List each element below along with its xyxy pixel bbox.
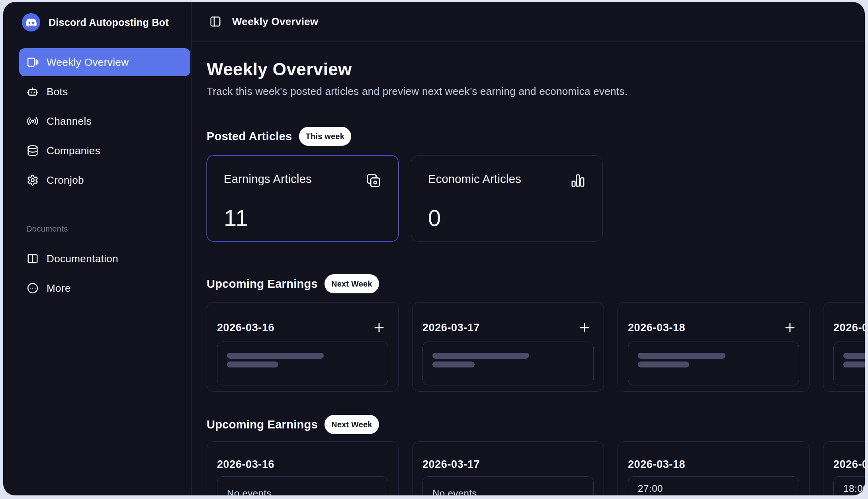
no-events-label: No events	[227, 488, 272, 495]
day-card: 2026-03-18	[618, 302, 809, 392]
discord-logo-icon	[22, 13, 40, 31]
sidebar-item-channels[interactable]: Channels	[19, 107, 190, 135]
sidebar-documents-nav: Documentation More	[3, 245, 191, 304]
event-box: 27:00	[628, 476, 799, 495]
day-card: 2026-03-19	[823, 302, 865, 392]
day-date: 2026-03-19	[833, 458, 865, 471]
day-date: 2026-03-17	[422, 458, 480, 471]
upcoming-earnings-header-1: Upcoming Earnings Next Week	[207, 274, 865, 293]
this-week-badge: This week	[299, 127, 351, 146]
panel-left-icon[interactable]	[209, 16, 221, 28]
app-frame: Discord Autoposting Bot Weekly Overview …	[3, 2, 865, 495]
bot-icon	[27, 86, 39, 98]
skeleton-bar	[638, 353, 725, 359]
add-event-button[interactable]	[372, 321, 386, 334]
page-content: Weekly Overview Track this week's posted…	[192, 41, 865, 495]
day-card: 2026-03-17	[412, 302, 604, 392]
day-date: 2026-03-18	[628, 458, 685, 471]
add-event-button[interactable]	[783, 321, 797, 334]
sidebar-item-label: Bots	[47, 86, 68, 98]
sidebar-item-bots[interactable]: Bots	[19, 78, 190, 106]
gear-icon	[27, 174, 39, 186]
add-event-button[interactable]	[578, 321, 591, 334]
day-date: 2026-03-18	[628, 322, 685, 334]
upcoming-earnings-row-1: 2026-03-16 2026-03-17	[207, 302, 865, 392]
sidebar-item-label: Cronjob	[47, 174, 84, 187]
skeleton-bar	[843, 353, 865, 359]
next-week-badge: Next Week	[325, 274, 379, 293]
no-events-box: No events	[217, 476, 388, 495]
gallery-icon	[27, 56, 39, 68]
upcoming-earnings-row-2: 2026-03-16 No events 2026-03-17 No event…	[207, 441, 865, 495]
event-time: 18:00	[843, 483, 865, 494]
section-title: Upcoming Earnings	[207, 277, 318, 291]
topbar-title: Weekly Overview	[232, 16, 319, 28]
skeleton-bar	[432, 361, 475, 367]
event-box: 18:00	[833, 476, 865, 495]
skeleton-bar	[227, 353, 324, 359]
day-events-placeholder	[217, 342, 388, 385]
database-icon	[27, 145, 39, 157]
skeleton-bar	[432, 353, 529, 359]
skeleton-bar	[227, 361, 278, 367]
day-date: 2026-03-16	[217, 458, 274, 471]
day-card: 2026-03-17 No events	[412, 441, 604, 495]
sidebar: Discord Autoposting Bot Weekly Overview …	[3, 2, 192, 495]
circle-ellipsis-icon	[27, 282, 39, 294]
stat-card-economic-articles: Economic Articles 0	[411, 155, 603, 242]
day-date: 2026-03-19	[833, 322, 865, 334]
next-week-badge: Next Week	[325, 415, 379, 434]
sidebar-item-cronjob[interactable]: Cronjob	[19, 166, 190, 194]
sidebar-item-more[interactable]: More	[19, 274, 190, 302]
no-events-box: No events	[422, 476, 594, 495]
bar-chart-icon	[570, 173, 586, 189]
day-card: 2026-03-16	[207, 302, 399, 392]
no-events-label: No events	[432, 488, 477, 495]
page-title: Weekly Overview	[207, 60, 865, 79]
event-time: 27:00	[638, 483, 789, 494]
sidebar-item-label: Documentation	[47, 253, 118, 265]
skeleton-bar	[843, 361, 865, 367]
app-title: Discord Autoposting Bot	[49, 17, 169, 28]
stat-label: Earnings Articles	[224, 173, 312, 186]
wallet-cards-icon	[366, 173, 381, 189]
main-area: Weekly Overview Weekly Overview Track th…	[192, 2, 865, 495]
book-icon	[27, 253, 39, 265]
stat-card-earnings-articles: Earnings Articles 11	[207, 155, 399, 242]
day-events-placeholder	[833, 342, 865, 385]
radio-icon	[27, 115, 39, 127]
topbar: Weekly Overview	[192, 2, 865, 41]
day-date: 2026-03-17	[422, 322, 480, 334]
upcoming-earnings-header-2: Upcoming Earnings Next Week	[207, 415, 865, 434]
section-title: Posted Articles	[207, 130, 292, 143]
day-events-placeholder	[628, 342, 799, 385]
brand: Discord Autoposting Bot	[3, 13, 191, 31]
section-title: Upcoming Earnings	[207, 418, 318, 431]
day-card: 2026-03-16 No events	[207, 441, 399, 495]
stat-value: 11	[224, 204, 381, 231]
day-card: 2026-03-18 27:00	[618, 441, 809, 495]
sidebar-item-documentation[interactable]: Documentation	[19, 245, 190, 273]
skeleton-bar	[638, 361, 689, 367]
sidebar-item-weekly-overview[interactable]: Weekly Overview	[19, 48, 190, 76]
stat-label: Economic Articles	[428, 173, 521, 186]
sidebar-nav: Weekly Overview Bots Channels Companies	[3, 48, 191, 196]
stat-value: 0	[428, 204, 586, 231]
sidebar-item-companies[interactable]: Companies	[19, 137, 190, 165]
sidebar-item-label: Companies	[47, 145, 100, 157]
sidebar-item-label: Channels	[47, 115, 92, 128]
sidebar-item-label: More	[47, 282, 71, 295]
posted-articles-header: Posted Articles This week	[207, 127, 865, 146]
day-events-placeholder	[422, 342, 594, 385]
day-card: 2026-03-19 18:00	[823, 441, 865, 495]
sidebar-item-label: Weekly Overview	[47, 56, 129, 69]
stats-row: Earnings Articles 11 Economic Articles	[207, 155, 865, 242]
sidebar-section-documents: Documents	[26, 224, 191, 234]
day-date: 2026-03-16	[217, 322, 274, 334]
page-subtitle: Track this week's posted articles and pr…	[207, 85, 865, 97]
